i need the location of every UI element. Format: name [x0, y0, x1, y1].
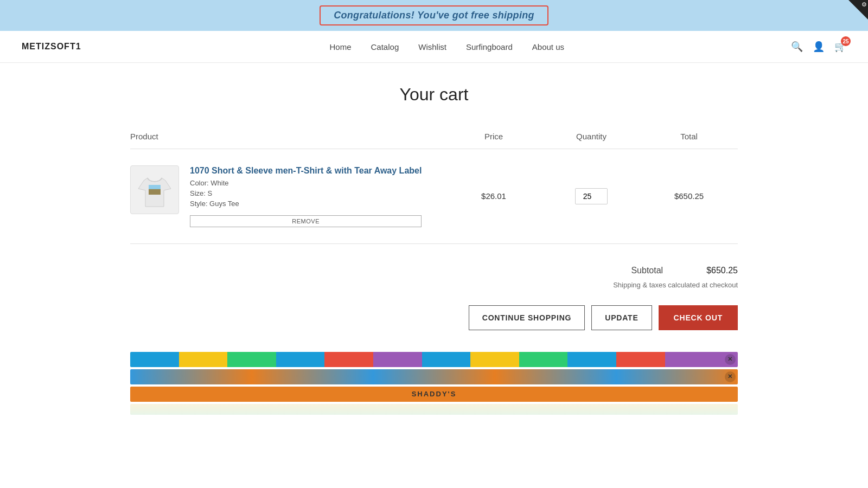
cart-table-header: Product Price Quantity Total — [130, 132, 738, 149]
header-quantity: Quantity — [542, 132, 640, 141]
product-cell: 1070 Short & Sleeve men-T-Shirt & with T… — [130, 165, 445, 227]
close-icon-strip1[interactable]: ✕ — [725, 354, 736, 365]
corner-badge: ⚙ — [848, 0, 868, 20]
continue-shopping-button[interactable]: CONTINUE SHOPPING — [469, 305, 585, 330]
banner-strip-2: ✕ — [130, 369, 738, 384]
cart-row: 1070 Short & Sleeve men-T-Shirt & with T… — [130, 149, 738, 244]
main-content: Your cart Product Price Quantity Total — [108, 63, 760, 447]
subtotal-label: Subtotal — [631, 266, 663, 275]
header-price: Price — [445, 132, 542, 141]
main-nav: Home Catalog Wishlist Surfingboard About… — [103, 42, 791, 52]
svg-rect-1 — [149, 189, 161, 195]
header-total: Total — [640, 132, 738, 141]
product-color: Color: White — [190, 179, 422, 187]
product-total: $650.25 — [674, 191, 704, 201]
product-image-svg — [136, 170, 174, 210]
quantity-input[interactable] — [575, 188, 608, 204]
nav-wishlist[interactable]: Wishlist — [418, 42, 446, 52]
site-header: METIZSOFT1 Home Catalog Wishlist Surfing… — [0, 31, 868, 63]
nav-catalog[interactable]: Catalog — [371, 42, 399, 52]
nav-surfingboard[interactable]: Surfingboard — [466, 42, 513, 52]
header-product: Product — [130, 132, 445, 141]
total-cell: $650.25 — [640, 191, 738, 201]
product-info: 1070 Short & Sleeve men-T-Shirt & with T… — [190, 165, 422, 227]
remove-button[interactable]: REMOVE — [190, 215, 422, 227]
page-title: Your cart — [130, 85, 738, 105]
login-button[interactable]: 👤 — [813, 41, 825, 53]
corner-icon: ⚙ — [861, 0, 868, 8]
bottom-banners: ✕ ✕ SHADDY'S — [130, 352, 738, 415]
subtotal-section: Subtotal $650.25 Shipping & taxes calcul… — [130, 266, 738, 330]
product-size: Size: S — [190, 189, 422, 197]
shadys-label: SHADDY'S — [412, 390, 457, 398]
shipping-note: Shipping & taxes calculated at checkout — [613, 281, 738, 289]
quantity-cell — [542, 188, 640, 204]
update-button[interactable]: UPDATE — [591, 305, 652, 330]
banner-text: Congratulations! You've got free shippin… — [334, 10, 534, 21]
product-thumbnail — [130, 165, 179, 214]
nav-about-us[interactable]: About us — [532, 42, 564, 52]
svg-rect-2 — [149, 185, 161, 189]
banner-strip-3: SHADDY'S — [130, 387, 738, 402]
cart-count-badge: 25 — [841, 36, 851, 46]
product-style: Style: Guys Tee — [190, 200, 422, 208]
free-shipping-banner: Congratulations! You've got free shippin… — [0, 0, 868, 31]
banner-border: Congratulations! You've got free shippin… — [320, 5, 548, 25]
banner-strip-4 — [130, 404, 738, 415]
subtotal-value: $650.25 — [706, 266, 738, 275]
search-button[interactable]: 🔍 — [791, 41, 803, 53]
header-icons: 🔍 👤 🛒 25 — [791, 41, 846, 53]
product-name[interactable]: 1070 Short & Sleeve men-T-Shirt & with T… — [190, 165, 422, 177]
price-cell: $26.01 — [445, 191, 542, 201]
cart-button[interactable]: 🛒 25 — [834, 41, 846, 53]
checkout-button[interactable]: CHECK OUT — [659, 305, 738, 330]
subtotal-row: Subtotal $650.25 — [631, 266, 738, 275]
nav-home[interactable]: Home — [330, 42, 352, 52]
action-buttons: CONTINUE SHOPPING UPDATE CHECK OUT — [469, 305, 738, 330]
close-icon-strip2[interactable]: ✕ — [725, 371, 736, 382]
product-price: $26.01 — [481, 191, 506, 201]
user-icon: 👤 — [813, 41, 825, 52]
banner-strip-1: ✕ — [130, 352, 738, 367]
brand-logo[interactable]: METIZSOFT1 — [22, 42, 81, 52]
search-icon: 🔍 — [791, 41, 803, 52]
